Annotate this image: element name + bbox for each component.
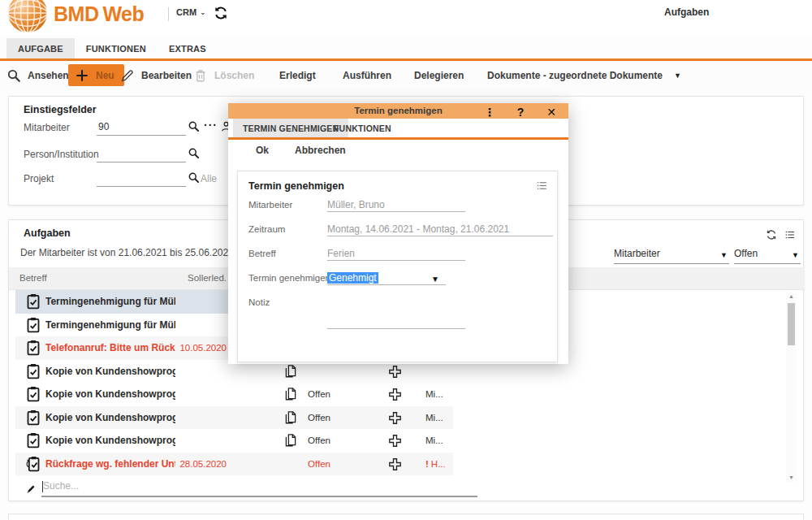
- search-input[interactable]: [43, 480, 475, 492]
- toolbar-label: Neu: [96, 70, 114, 81]
- task-betreff: Rückfrage wg. fehlender Unterlagen: [45, 458, 175, 470]
- chevron-down-icon: ▼: [792, 251, 799, 259]
- vertical-scrollbar[interactable]: ▲ ▼: [786, 292, 797, 482]
- tab-funktionen[interactable]: FUNKTIONEN: [75, 38, 158, 58]
- task-status: Offen: [308, 413, 330, 422]
- field-value[interactable]: Genehmigt: [327, 272, 378, 284]
- projekt-input[interactable]: [98, 172, 184, 184]
- dialog-menu-icon[interactable]: ⋮: [482, 105, 498, 120]
- app-window: BMDWeb CRM⌄ Aufgaben AUFGABEFUNKTIONENEX…: [0, 0, 812, 520]
- clipboard-check-icon: [25, 340, 41, 356]
- task-due-date: 10.05.2020: [170, 343, 227, 353]
- filter-status[interactable]: Offen▼: [734, 248, 801, 264]
- document-copy-icon: [283, 387, 298, 401]
- toolbar-label: Dokumente - zugeordnete Dokumente: [487, 70, 663, 81]
- column-betreff[interactable]: Betreff: [19, 273, 47, 283]
- scroll-up-icon[interactable]: ▲: [786, 292, 797, 301]
- dialog-card-title: Termin genehmigen: [248, 180, 344, 192]
- clipboard-recurring-icon: [25, 456, 41, 472]
- ok-button[interactable]: Ok: [256, 145, 269, 156]
- delegieren-button[interactable]: Delegieren: [414, 61, 464, 90]
- tab-aufgabe[interactable]: AUFGABE: [6, 38, 75, 58]
- column-sollerled[interactable]: Sollerled.: [171, 273, 227, 283]
- task-row[interactable]: Kopie von Kundenshowprogramm-Ausw...Offe…: [15, 406, 453, 430]
- scrollbar-thumb[interactable]: [788, 303, 795, 345]
- dropdown-arrow-icon[interactable]: ▼: [431, 275, 439, 284]
- task-betreff: Telefonanruf: Bitte um Rückruf betreffen…: [45, 342, 175, 353]
- module-selector[interactable]: CRM⌄: [176, 7, 206, 17]
- toolbar-label: Ansehen: [28, 70, 69, 81]
- clipboard-check-icon: [25, 293, 41, 310]
- bearbeiten-button[interactable]: Bearbeiten: [120, 61, 192, 90]
- ansehen-button[interactable]: Ansehen: [6, 61, 69, 90]
- list-view-icon[interactable]: [784, 228, 797, 240]
- field-label: Projekt: [24, 173, 54, 184]
- löschen-button[interactable]: Löschen: [193, 61, 254, 90]
- add-icon[interactable]: [388, 411, 402, 425]
- search-icon[interactable]: [188, 120, 201, 133]
- task-status: Offen: [308, 459, 330, 469]
- bmd-logo[interactable]: BMDWeb: [54, 2, 144, 26]
- dialog-tab-funktionen[interactable]: FUNKTIONEN: [324, 119, 401, 137]
- task-betreff: Termingenehmigung für Müller, Bruno: [45, 319, 175, 331]
- clipboard-check-icon: [25, 317, 41, 333]
- priority-icon: !: [425, 459, 429, 469]
- field-value[interactable]: Ferien: [327, 248, 355, 259]
- tasks-panel-title: Aufgaben: [24, 228, 71, 239]
- person-institution-input[interactable]: [98, 148, 184, 159]
- clipboard-check-icon: [25, 363, 41, 379]
- field-value[interactable]: Müller, Bruno: [327, 199, 385, 210]
- search-icon[interactable]: [188, 147, 201, 160]
- toolbar-label: Löschen: [214, 70, 254, 81]
- clipboard-check-icon: [25, 410, 41, 426]
- add-icon[interactable]: [388, 457, 402, 471]
- page-title: Aufgaben: [664, 6, 709, 18]
- input-underline: [327, 328, 465, 329]
- field-value[interactable]: Montag, 14.06.2021 - Montag, 21.06.2021: [327, 223, 509, 235]
- field-label: Zeitraum: [248, 224, 285, 234]
- main-tab-bar: AUFGABEFUNKTIONENEXTRAS: [0, 38, 812, 58]
- field-label: Termin genehmigen: [248, 273, 330, 283]
- input-underline: [97, 135, 186, 136]
- dialog-form-card: Termin genehmigen MitarbeiterMüller, Bru…: [237, 171, 558, 362]
- refresh-list-icon[interactable]: [766, 228, 778, 240]
- add-icon[interactable]: [388, 434, 402, 448]
- task-assignee: Mi...: [425, 389, 451, 399]
- dokumente-zugeordnete-dokumente-button[interactable]: Dokumente - zugeordnete Dokumente▼: [487, 61, 681, 90]
- document-copy-icon: [283, 433, 298, 448]
- erledigt-button[interactable]: Erledigt: [279, 61, 316, 90]
- search-icon[interactable]: [188, 171, 201, 184]
- top-header: BMDWeb CRM⌄ Aufgaben: [0, 0, 812, 36]
- input-underline: [327, 236, 553, 236]
- toolbar-label: Erledigt: [279, 70, 316, 81]
- task-row[interactable]: Kopie von Kundenshowprogramm-Ausw...Offe…: [15, 429, 453, 453]
- chevron-down-icon: ⌄: [200, 8, 206, 16]
- tab-extras[interactable]: EXTRAS: [158, 38, 218, 58]
- filter-mitarbeiter[interactable]: Mitarbeiter▼: [614, 248, 729, 264]
- field-label: Betreff: [248, 249, 276, 258]
- cancel-button[interactable]: Abbrechen: [295, 145, 346, 156]
- help-icon[interactable]: ?: [512, 105, 529, 120]
- trash-icon: [193, 68, 208, 83]
- add-icon[interactable]: [388, 365, 402, 379]
- field-label: Notiz: [248, 297, 270, 307]
- card-list-menu-icon[interactable]: [536, 179, 549, 192]
- input-underline: [97, 162, 186, 162]
- mitarbeiter-input[interactable]: [98, 121, 184, 132]
- task-row[interactable]: Rückfrage wg. fehlender Unterlagen28.05.…: [15, 453, 453, 476]
- bmd-globe-logo-icon: [6, 0, 49, 34]
- search-row: [9, 479, 805, 500]
- ausführen-button[interactable]: Ausführen: [343, 61, 391, 90]
- add-icon[interactable]: [388, 388, 402, 401]
- ellipsis-icon[interactable]: ···: [204, 119, 218, 132]
- task-row[interactable]: Kopie von Kundenshowprogramm-Ausw...Offe…: [15, 383, 453, 406]
- toolbar: AnsehenNeuBearbeitenLöschenErledigtAusfü…: [0, 61, 812, 90]
- input-underline: [97, 186, 186, 187]
- document-copy-icon: [283, 410, 298, 425]
- document-copy-icon: [283, 364, 298, 379]
- close-icon[interactable]: ✕: [543, 105, 559, 120]
- task-due-date: 28.05.2020: [170, 459, 227, 469]
- refresh-icon[interactable]: [214, 5, 230, 21]
- task-betreff: Kopie von Kundenshowprogramm-Ausw...: [45, 412, 175, 423]
- neu-button[interactable]: Neu: [68, 64, 124, 86]
